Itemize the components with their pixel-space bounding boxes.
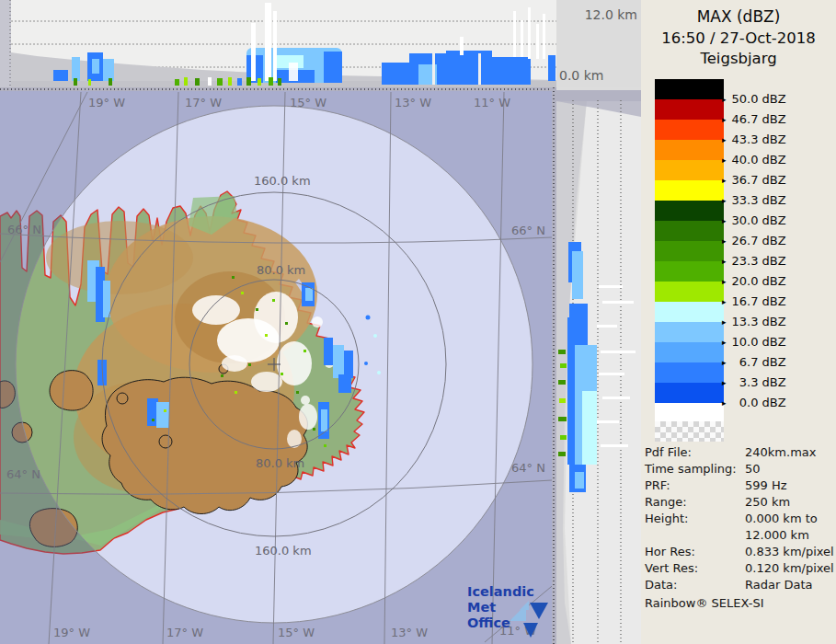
software-credit: Rainbow® SELEX-SI bbox=[645, 596, 764, 610]
legend-entry: ▸3.3dBZ bbox=[722, 375, 786, 390]
radar-map-graphic bbox=[0, 87, 556, 644]
legend-entry: ▸0.0dBZ bbox=[722, 396, 786, 410]
ns-cross-section-strip bbox=[556, 87, 641, 644]
legend-entry: ▸50.0dBZ bbox=[722, 92, 786, 107]
color-swatch-below bbox=[655, 403, 724, 421]
lon-label-top-19w: 19° W bbox=[88, 96, 125, 109]
ring-label-160-bottom: 160.0 km bbox=[255, 544, 312, 558]
product-datetime: 16:50 / 27-Oct-2018 bbox=[641, 28, 836, 49]
tick-arrow-icon: ▸ bbox=[722, 338, 727, 347]
height-axis-max-label: 12.0 km bbox=[585, 7, 637, 22]
tick-arrow-icon: ▸ bbox=[722, 115, 727, 124]
lon-label-top-17w: 17° W bbox=[185, 96, 222, 109]
ew-cross-section-strip bbox=[0, 0, 556, 87]
metadata-row: Data:Radar Data bbox=[645, 577, 833, 593]
legend-entry: ▸43.3dBZ bbox=[722, 132, 786, 147]
tick-arrow-icon: ▸ bbox=[722, 135, 727, 144]
metadata-row: 12.000 km bbox=[645, 527, 833, 544]
radar-map: 19° W 17° W 15° W 13° W 11° W 19° W 17° … bbox=[0, 87, 556, 644]
tick-arrow-icon: ▸ bbox=[722, 257, 727, 266]
lat-label-right-64n: 64° N bbox=[511, 461, 545, 475]
metadata-row: Pdf File:240km.max bbox=[645, 444, 833, 461]
tick-arrow-icon: ▸ bbox=[722, 378, 727, 387]
lat-label-left-64n: 64° N bbox=[6, 467, 40, 481]
color-swatch bbox=[655, 120, 724, 140]
color-swatch-nodata bbox=[655, 421, 724, 442]
color-swatch bbox=[655, 362, 724, 383]
tick-arrow-icon: ▸ bbox=[722, 196, 727, 205]
tick-arrow-icon: ▸ bbox=[722, 216, 727, 225]
metadata-row: Range:250 km bbox=[645, 494, 833, 511]
legend-entry: ▸30.0dBZ bbox=[722, 213, 786, 228]
color-swatch bbox=[655, 383, 724, 403]
lon-label-top-13w: 13° W bbox=[395, 96, 431, 109]
color-swatch bbox=[655, 79, 724, 99]
color-swatch bbox=[655, 302, 724, 322]
tick-arrow-icon: ▸ bbox=[722, 176, 727, 185]
ew-cross-section-graphic bbox=[0, 0, 556, 87]
color-swatch bbox=[655, 322, 724, 342]
legend-entry: ▸6.7dBZ bbox=[722, 355, 786, 370]
tick-arrow-icon: ▸ bbox=[722, 155, 727, 165]
legend-panel: MAX (dBZ) 16:50 / 27-Oct-2018 Teigsbjarg… bbox=[641, 0, 836, 644]
color-swatch bbox=[655, 342, 724, 362]
product-metadata: Pdf File:240km.maxTime sampling:50PRF:59… bbox=[645, 444, 833, 593]
radar-display-window: { "header": { "title": "MAX (dBZ)", "dat… bbox=[0, 0, 836, 644]
product-title: MAX (dBZ) bbox=[641, 6, 836, 28]
lon-label-bottom-13w: 13° W bbox=[391, 626, 428, 639]
lon-label-bottom-19w: 19° W bbox=[53, 626, 90, 639]
legend-entry: ▸26.7dBZ bbox=[722, 234, 786, 248]
legend-entry: ▸10.0dBZ bbox=[722, 335, 786, 350]
ring-label-80-bottom: 80.0 km bbox=[256, 456, 304, 470]
product-header: MAX (dBZ) 16:50 / 27-Oct-2018 Teigsbjarg bbox=[641, 6, 836, 69]
met-office-logo: Icelandic Met Office bbox=[465, 584, 554, 639]
color-scale-bar bbox=[655, 79, 724, 442]
color-swatch bbox=[655, 221, 724, 241]
metadata-row: Vert Res:0.120 km/pixel bbox=[645, 560, 833, 577]
metadata-row: Hor Res:0.833 km/pixel bbox=[645, 544, 833, 560]
tick-arrow-icon: ▸ bbox=[722, 398, 727, 408]
legend-entry: ▸40.0dBZ bbox=[722, 153, 786, 167]
legend-entry: ▸33.3dBZ bbox=[722, 193, 786, 208]
height-axis-corner: 12.0 km 0.0 km bbox=[556, 0, 641, 87]
legend-entry: ▸13.3dBZ bbox=[722, 315, 786, 329]
color-swatch bbox=[655, 99, 724, 120]
ring-label-80-top: 80.0 km bbox=[257, 263, 305, 277]
lon-label-top-11w: 11° W bbox=[474, 96, 510, 109]
legend-entry: ▸36.7dBZ bbox=[722, 173, 786, 188]
tick-arrow-icon: ▸ bbox=[722, 297, 727, 306]
legend-entry: ▸23.3dBZ bbox=[722, 254, 786, 269]
met-office-logo-mark bbox=[508, 595, 552, 639]
ring-label-160-top: 160.0 km bbox=[254, 174, 311, 188]
color-swatch bbox=[655, 201, 724, 221]
height-axis-min-label: 0.0 km bbox=[559, 68, 603, 83]
lon-label-top-15w: 15° W bbox=[290, 96, 326, 109]
metadata-row: Height:0.000 km to bbox=[645, 511, 833, 527]
station-name: Teigsbjarg bbox=[641, 49, 836, 69]
metadata-row: PRF:599 Hz bbox=[645, 477, 833, 494]
legend-entry: ▸16.7dBZ bbox=[722, 294, 786, 309]
legend-entry: ▸20.0dBZ bbox=[722, 274, 786, 289]
tick-arrow-icon: ▸ bbox=[722, 236, 727, 246]
tick-arrow-icon: ▸ bbox=[722, 277, 727, 286]
tick-arrow-icon: ▸ bbox=[722, 95, 727, 104]
metadata-row: Time sampling:50 bbox=[645, 461, 833, 477]
tick-arrow-icon: ▸ bbox=[722, 317, 727, 327]
color-swatch bbox=[655, 140, 724, 160]
lat-label-left-66n: 66° N bbox=[7, 223, 41, 236]
lon-label-bottom-17w: 17° W bbox=[166, 626, 203, 639]
lat-label-right-66n: 66° N bbox=[511, 224, 545, 237]
color-swatch bbox=[655, 282, 724, 302]
color-swatch bbox=[655, 160, 724, 180]
ns-cross-section-graphic bbox=[556, 87, 641, 644]
color-swatch bbox=[655, 261, 724, 282]
color-swatch bbox=[655, 241, 724, 261]
color-swatch bbox=[655, 180, 724, 201]
legend-entry: ▸46.7dBZ bbox=[722, 112, 786, 127]
tick-arrow-icon: ▸ bbox=[722, 358, 727, 367]
lon-label-bottom-15w: 15° W bbox=[278, 626, 315, 639]
